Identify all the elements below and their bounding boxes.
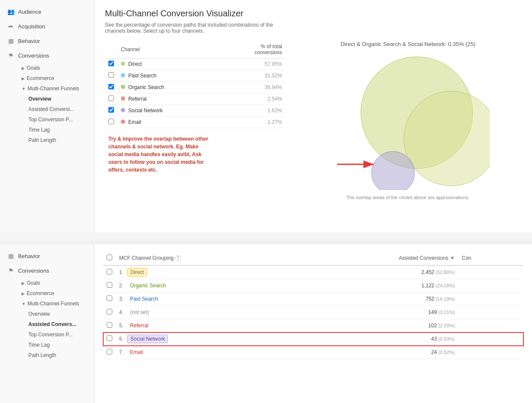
sidebar-item-mcf[interactable]: ▼Multi-Channel Funnels bbox=[18, 83, 94, 94]
row-count: 752 bbox=[426, 296, 434, 302]
annotation-box: Try & Improve the overlap between other … bbox=[105, 128, 217, 181]
sidebar-item-assisted[interactable]: Assisted Conversi... bbox=[25, 104, 94, 114]
sidebar-item-time-lag-b[interactable]: Time Lag bbox=[25, 340, 94, 350]
channel-value: 1.27% bbox=[217, 117, 286, 128]
channel-name: Email bbox=[117, 117, 217, 128]
row-value: 43 (0.93%) bbox=[390, 332, 458, 346]
table-row: 7. Email 24 (0.52%) bbox=[103, 346, 523, 359]
row-checkbox[interactable] bbox=[107, 269, 112, 274]
sidebar-item-conversions[interactable]: ⚑ Conversions bbox=[0, 48, 94, 63]
channel-value: 1.62% bbox=[217, 105, 286, 117]
row-checkbox[interactable] bbox=[107, 349, 112, 354]
channel-checkbox[interactable] bbox=[108, 95, 114, 101]
venn-area: Direct & Organic Search & Social Network… bbox=[294, 41, 522, 200]
row-label: 3. Paid Search bbox=[116, 292, 390, 306]
channel-checkbox-cell[interactable] bbox=[105, 105, 117, 117]
channel-badge: (not set) bbox=[127, 308, 151, 316]
channel-checkbox-cell[interactable] bbox=[105, 70, 117, 82]
sidebar-item-behavior-b[interactable]: ▦ Behavior bbox=[0, 249, 94, 263]
channel-checkbox-cell[interactable] bbox=[105, 58, 117, 70]
row-con bbox=[458, 346, 523, 359]
channel-name: Organic Search bbox=[117, 82, 217, 93]
channel-checkbox-cell[interactable] bbox=[105, 93, 117, 105]
sidebar-item-top-conversion[interactable]: Top Conversion P... bbox=[25, 114, 94, 125]
channel-value: 2.54% bbox=[217, 93, 286, 105]
channel-row: Direct 57.95% bbox=[105, 58, 286, 70]
sidebar-item-mcf-b[interactable]: ▼Multi-Channel Funnels bbox=[18, 298, 94, 309]
channel-checkbox[interactable] bbox=[108, 72, 114, 78]
row-num: 5. bbox=[119, 323, 123, 329]
sidebar-item-top-conversion-b[interactable]: Top Conversion P... bbox=[25, 329, 94, 340]
sidebar-item-ecommerce-b[interactable]: ▶Ecommerce bbox=[18, 288, 94, 298]
channel-checkbox[interactable] bbox=[108, 61, 114, 66]
sidebar-item-overview-b[interactable]: Overview bbox=[25, 309, 94, 319]
sidebar-item-conversions-b[interactable]: ⚑ Conversions bbox=[0, 263, 94, 278]
row-check[interactable] bbox=[103, 279, 116, 292]
channel-checkbox[interactable] bbox=[108, 84, 114, 89]
channel-dot bbox=[121, 96, 125, 101]
venn-title: Direct & Organic Search & Social Network… bbox=[341, 41, 476, 47]
row-checkbox[interactable] bbox=[107, 309, 112, 314]
row-check[interactable] bbox=[103, 332, 116, 346]
help-icon[interactable]: ? bbox=[175, 255, 181, 261]
sidebar-item-goals[interactable]: ▶Goals bbox=[18, 63, 94, 73]
row-count: 1,122 bbox=[421, 283, 434, 289]
sidebar-sub-conversions-b: ▶Goals ▶Ecommerce ▼Multi-Channel Funnels… bbox=[0, 278, 94, 360]
row-checkbox[interactable] bbox=[107, 282, 112, 288]
table-row: 4. (not set) 149 (3.21%) bbox=[103, 306, 523, 319]
ecommerce-arrow: ▶ bbox=[22, 76, 25, 81]
table-row: 5. Referral 102 (2.20%) bbox=[103, 319, 523, 332]
row-percent: (3.21%) bbox=[438, 310, 455, 315]
col-assisted: Assisted Conversions ▼ bbox=[390, 251, 458, 265]
row-checkbox[interactable] bbox=[107, 295, 112, 301]
table-row: 6. Social Network 43 (0.93%) bbox=[103, 332, 523, 346]
row-value: 2,452 (52.80%) bbox=[390, 265, 458, 279]
row-check[interactable] bbox=[103, 292, 116, 306]
sidebar-item-path-length[interactable]: Path Length bbox=[25, 135, 94, 145]
sidebar-label-conversions-b: Conversions bbox=[18, 268, 49, 274]
row-check[interactable] bbox=[103, 319, 116, 332]
row-num: 6. bbox=[119, 336, 123, 342]
row-check[interactable] bbox=[103, 306, 116, 319]
row-checkbox[interactable] bbox=[107, 322, 112, 328]
channel-checkbox[interactable] bbox=[108, 107, 114, 113]
sidebar-item-time-lag[interactable]: Time Lag bbox=[25, 125, 94, 135]
acquisition-icon: ➡ bbox=[7, 22, 15, 30]
page-title: Multi-Channel Conversion Visualizer bbox=[105, 9, 522, 18]
channel-badge: Email bbox=[127, 348, 145, 356]
row-label: 1. Direct bbox=[116, 265, 390, 279]
sidebar-item-behavior[interactable]: ▦ Behavior bbox=[0, 34, 94, 48]
channel-checkbox-cell[interactable] bbox=[105, 82, 117, 93]
row-value: 102 (2.20%) bbox=[390, 319, 458, 332]
sidebar-label-conversions: Conversions bbox=[18, 52, 49, 59]
row-count: 43 bbox=[431, 336, 437, 342]
channel-checkbox-cell[interactable] bbox=[105, 117, 117, 128]
channel-value: 57.95% bbox=[217, 58, 286, 70]
row-checkbox[interactable] bbox=[107, 335, 112, 341]
sidebar-item-ecommerce[interactable]: ▶Ecommerce bbox=[18, 73, 94, 83]
red-arrow-svg bbox=[335, 158, 378, 171]
col-channel: Channel bbox=[117, 41, 217, 58]
channel-dot bbox=[121, 62, 125, 66]
sidebar-item-audience[interactable]: 👥 Audience bbox=[0, 4, 94, 19]
sidebar-item-assisted-b[interactable]: Assisted Convers... bbox=[25, 319, 94, 329]
row-check[interactable] bbox=[103, 265, 116, 279]
goals-b-arrow: ▶ bbox=[22, 281, 25, 286]
row-check[interactable] bbox=[103, 346, 116, 359]
sidebar-item-path-length-b[interactable]: Path Length bbox=[25, 350, 94, 360]
mcf-sub-items: Overview Assisted Conversi... Top Conver… bbox=[18, 94, 94, 145]
sidebar-item-overview[interactable]: Overview bbox=[25, 94, 94, 104]
channel-checkbox[interactable] bbox=[108, 119, 114, 124]
table-row: 2. Organic Search 1,122 (24.16%) bbox=[103, 279, 523, 292]
behavior-icon: ▦ bbox=[7, 37, 15, 45]
sidebar-item-acquisition[interactable]: ➡ Acquisition bbox=[0, 19, 94, 34]
table-row: 1. Direct 2,452 (52.80%) bbox=[103, 265, 523, 279]
main-content-top: Multi-Channel Conversion Visualizer See … bbox=[95, 0, 532, 232]
row-label: 5. Referral bbox=[116, 319, 390, 332]
channel-row: Paid Search 31.02% bbox=[105, 70, 286, 82]
select-all-checkbox[interactable] bbox=[107, 255, 112, 260]
sidebar-item-goals-b[interactable]: ▶Goals bbox=[18, 278, 94, 288]
row-label: 7. Email bbox=[116, 346, 390, 359]
row-value: 1,122 (24.16%) bbox=[390, 279, 458, 292]
row-num: 1. bbox=[119, 269, 123, 275]
